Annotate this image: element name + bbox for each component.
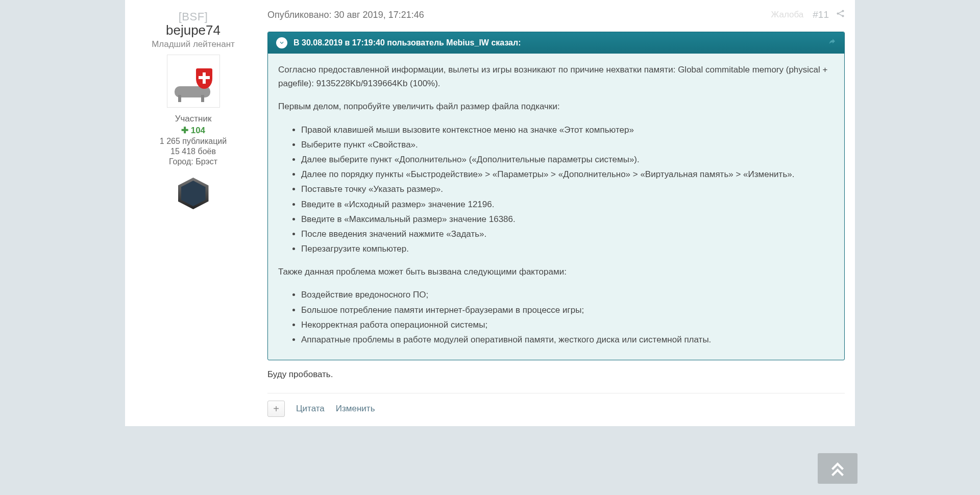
list-item: Введите в «Исходный размер» значение 121… (301, 197, 834, 211)
author-rank: Младший лейтенант (135, 39, 251, 50)
list-item: Аппаратные проблемы в работе модулей опе… (301, 333, 834, 346)
author-clan[interactable]: [BSF] (135, 10, 251, 23)
list-item: Введите в «Максимальный размер» значение… (301, 212, 834, 226)
list-item: Перезагрузите компьютер. (301, 242, 834, 256)
quote-share-icon[interactable] (828, 38, 836, 48)
author-reputation[interactable]: ✚ 104 (135, 125, 251, 136)
post-number[interactable]: #11 (813, 9, 829, 20)
list-item: Далее выберите пункт «Дополнительно» («Д… (301, 153, 834, 166)
list-item: Некорректная работа операционной системы… (301, 318, 834, 332)
collapse-toggle[interactable] (276, 37, 287, 48)
forum-post: [BSF] bejupe74 Младший лейтенант Участни… (130, 0, 850, 426)
author-username[interactable]: bejupe74 (135, 22, 251, 38)
quote-intro: Согласно предоставленной информации, выл… (278, 63, 834, 90)
list-item: Правой клавишей мыши вызовите контекстно… (301, 123, 834, 137)
published-label: Опубликовано: (267, 10, 331, 20)
plus-icon: ✚ (181, 126, 191, 135)
author-badge[interactable] (178, 178, 209, 209)
list-item: После введения значений нажмите «Задать»… (301, 227, 834, 241)
reply-text: Буду пробовать. (267, 369, 845, 380)
post-meta: Опубликовано: 30 авг 2019, 17:21:46 Жало… (267, 9, 845, 20)
chevron-down-icon (279, 40, 285, 46)
author-battles: 15 418 боёв (135, 147, 251, 156)
avatar-image (170, 58, 216, 104)
quote-steps-list: Правой клавишей мыши вызовите контекстно… (301, 123, 834, 256)
quote-p2: Первым делом, попробуйте увеличить файл … (278, 100, 834, 113)
author-city: Город: Брэст (135, 157, 251, 166)
quote-p3: Также данная проблема может быть вызвана… (278, 265, 834, 279)
author-sidebar: [BSF] bejupe74 Младший лейтенант Участни… (130, 0, 256, 426)
list-item: Далее по порядку пункты «Быстродействие»… (301, 167, 834, 181)
list-item: Воздействие вредоносного ПО; (301, 288, 834, 302)
author-role: Участник (135, 114, 251, 124)
quote-button[interactable]: Цитата (296, 404, 325, 414)
author-avatar[interactable] (167, 55, 220, 108)
list-item: Поставьте точку «Указать размер». (301, 182, 834, 196)
quote-block: В 30.08.2019 в 17:19:40 пользователь Meb… (267, 32, 845, 360)
quote-body: Согласно предоставленной информации, выл… (268, 54, 844, 360)
multiquote-button[interactable]: + (267, 401, 285, 417)
quote-header: В 30.08.2019 в 17:19:40 пользователь Meb… (268, 32, 844, 54)
post-content: Опубликовано: 30 авг 2019, 17:21:46 Жало… (256, 0, 850, 426)
share-icon[interactable] (836, 9, 845, 20)
quote-factors-list: Воздействие вредоносного ПО; Большое пот… (301, 288, 834, 346)
list-item: Большое потребление памяти интернет-брау… (301, 303, 834, 317)
list-item: Выберите пункт «Свойства». (301, 138, 834, 152)
post-footer: + Цитата Изменить (267, 393, 845, 417)
published-date[interactable]: 30 авг 2019, 17:21:46 (334, 10, 424, 20)
edit-button[interactable]: Изменить (336, 404, 375, 414)
author-posts: 1 265 публикаций (135, 137, 251, 146)
quote-header-text: В 30.08.2019 в 17:19:40 пользователь Meb… (293, 38, 521, 47)
report-link[interactable]: Жалоба (771, 10, 804, 20)
